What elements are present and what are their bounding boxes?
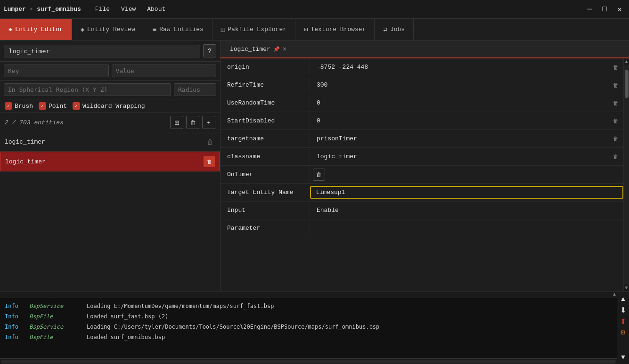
right-side-buttons: ▲ ⬇ ⬆ ⚙ ▼ xyxy=(617,291,629,364)
prop-value-container-refiretime: 300 xyxy=(310,78,608,92)
log-level-3: Info xyxy=(5,333,24,341)
prop-value-container-origin: -8752 -224 448 xyxy=(310,60,608,74)
log-source-1: BspFile xyxy=(29,312,81,321)
log-content: Info BspService Loading E:/MomentumDev/g… xyxy=(0,298,617,358)
entity-list-header: 2 / 703 entities ⊞ 🗑 + xyxy=(0,113,220,132)
prop-value-container-classname: logic_timer xyxy=(310,149,608,164)
prop-delete-targetname[interactable]: 🗑 xyxy=(608,131,623,146)
wildcard-checkbox[interactable]: ✓ xyxy=(73,102,80,110)
value-filter-input[interactable] xyxy=(112,65,217,77)
maximize-button[interactable]: □ xyxy=(599,4,610,15)
prop-delete-origin[interactable]: 🗑 xyxy=(608,60,623,75)
prop-value-target-entity[interactable]: timesup1 xyxy=(310,186,623,199)
prop-value-container-parameter xyxy=(310,225,623,232)
prop-value-container-userandomtime: 0 xyxy=(310,96,608,110)
prop-row-parameter: Parameter xyxy=(221,219,623,237)
log-level-2: Info xyxy=(5,323,24,331)
prop-row-startdisabled: StartDisabled 0 🗑 xyxy=(221,112,623,130)
menu-file[interactable]: File xyxy=(90,4,114,15)
prop-row-classname: classname logic_timer 🗑 xyxy=(221,148,623,166)
select-all-button[interactable]: ⊞ xyxy=(170,116,183,129)
entity-item-0[interactable]: logic_timer 🗑 xyxy=(0,132,220,152)
scroll-up-button[interactable]: ▲ xyxy=(624,58,629,65)
scroll-up-side-btn[interactable]: ▲ xyxy=(618,293,629,304)
menu-about[interactable]: About xyxy=(142,4,170,15)
jobs-tab-icon: ⇄ xyxy=(383,25,387,33)
log-row-2: Info BspService Loading C:/Users/tyler/D… xyxy=(5,322,612,332)
main-content: ? ✓ Brush ✓ Point ✓ Wildcard Wrapping xyxy=(0,40,629,291)
add-entity-button[interactable]: + xyxy=(202,116,215,129)
scroll-down-button[interactable]: ▼ xyxy=(624,284,629,291)
props-scrollbar[interactable]: ▲ ▼ xyxy=(623,58,629,291)
search-bar: ? xyxy=(0,40,220,62)
region-row xyxy=(0,81,220,99)
prop-value-refiretime[interactable]: 300 xyxy=(310,78,608,92)
prop-delete-startdisabled[interactable]: 🗑 xyxy=(608,113,623,129)
prop-value-userandomtime[interactable]: 0 xyxy=(310,96,608,110)
radius-input[interactable] xyxy=(174,83,216,96)
minimize-button[interactable]: ─ xyxy=(584,4,595,15)
log-scroll-up-icon[interactable]: ▲ xyxy=(613,292,616,297)
texture-tab-icon: ⊡ xyxy=(304,25,308,33)
prop-value-container-ontimer: 🗑 xyxy=(310,169,623,181)
prop-delete-userandomtime[interactable]: 🗑 xyxy=(608,96,623,111)
filter-brush: ✓ Brush xyxy=(5,102,33,110)
prop-key-classname: classname xyxy=(221,149,310,164)
entity-editor-tab-icon: ⊞ xyxy=(8,25,12,33)
entity-item-1[interactable]: logic_timer 🗑 xyxy=(0,152,220,171)
editor-tab-logic-timer[interactable]: logic_timer 📌 ✕ xyxy=(224,40,292,57)
prop-key-parameter: Parameter xyxy=(221,221,310,235)
prop-row-origin: origin -8752 -224 448 🗑 xyxy=(221,58,623,76)
right-panel: logic_timer 📌 ✕ origin -8752 -224 448 🗑 … xyxy=(221,40,629,291)
prop-key-refiretime: RefireTime xyxy=(221,78,310,92)
editor-tab-title: logic_timer xyxy=(230,46,270,53)
tab-texture-browser[interactable]: ⊡ Texture Browser xyxy=(295,19,375,40)
entity-item-1-delete[interactable]: 🗑 xyxy=(204,156,215,167)
tab-pakfile-explorer[interactable]: ◫ Pakfile Explorer xyxy=(212,19,295,40)
close-tab-icon[interactable]: ✕ xyxy=(283,46,286,52)
point-checkbox[interactable]: ✓ xyxy=(39,102,46,110)
prop-delete-refiretime[interactable]: 🗑 xyxy=(608,78,623,93)
prop-key-input: Input xyxy=(221,203,310,218)
brush-checkbox[interactable]: ✓ xyxy=(5,102,12,110)
prop-row-target-entity-name: Target Entity Name timesup1 xyxy=(221,184,623,202)
close-button[interactable]: ✕ xyxy=(614,4,625,15)
bottom-panel: ▲ Info BspService Loading E:/MomentumDev… xyxy=(0,291,629,364)
prop-value-origin[interactable]: -8752 -224 448 xyxy=(310,60,608,74)
prop-key-target-entity-name: Target Entity Name xyxy=(221,185,310,200)
wildcard-label: Wildcard Wrapping xyxy=(82,103,145,110)
prop-value-classname[interactable]: logic_timer xyxy=(310,149,608,164)
tab-entity-review[interactable]: ◈ Entity Review xyxy=(72,19,144,40)
log-level-0: Info xyxy=(5,302,24,310)
delete-selected-button[interactable]: 🗑 xyxy=(186,116,199,129)
scroll-down-side-btn[interactable]: ▼ xyxy=(618,352,629,362)
key-filter-input[interactable] xyxy=(4,65,109,77)
bottom-scroll-track[interactable] xyxy=(1,360,616,364)
bottom-scroll-bar xyxy=(0,358,617,364)
upload-side-btn[interactable]: ⬆ xyxy=(618,316,629,326)
prop-value-targetname[interactable]: prisonTimer xyxy=(310,131,608,146)
tab-raw-entities[interactable]: ≡ Raw Entities xyxy=(144,19,212,40)
entity-editor-tab-label: Entity Editor xyxy=(15,26,63,33)
point-label: Point xyxy=(49,103,67,110)
ontimer-delete-icon[interactable]: 🗑 xyxy=(313,169,325,181)
tab-jobs[interactable]: ⇄ Jobs xyxy=(375,19,414,40)
prop-value-input[interactable]: Enable xyxy=(310,203,623,218)
menu-view[interactable]: View xyxy=(116,4,140,15)
search-input[interactable] xyxy=(4,45,200,57)
prop-value-startdisabled[interactable]: 0 xyxy=(310,113,608,128)
entity-item-0-delete[interactable]: 🗑 xyxy=(204,136,215,147)
pakfile-tab-icon: ◫ xyxy=(221,25,225,33)
prop-key-userandomtime: UseRandomTime xyxy=(221,96,310,110)
tab-entity-editor[interactable]: ⊞ Entity Editor xyxy=(0,19,72,40)
region-input[interactable] xyxy=(4,83,171,96)
download-side-btn[interactable]: ⬇ xyxy=(618,305,629,315)
bug-side-btn[interactable]: ⚙ xyxy=(618,327,629,338)
log-source-3: BspFile xyxy=(29,333,81,341)
prop-value-parameter[interactable] xyxy=(310,225,623,232)
prop-delete-classname[interactable]: 🗑 xyxy=(608,149,623,164)
filter-wildcard: ✓ Wildcard Wrapping xyxy=(73,102,145,110)
help-button[interactable]: ? xyxy=(203,44,216,57)
prop-value-container-targetname: prisonTimer xyxy=(310,131,608,146)
prop-row-targetname: targetname prisonTimer 🗑 xyxy=(221,130,623,148)
